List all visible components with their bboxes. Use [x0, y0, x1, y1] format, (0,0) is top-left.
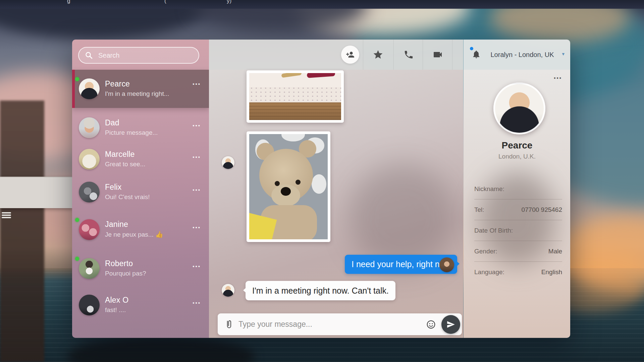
- fabric-print: [281, 134, 305, 141]
- contact-menu-icon[interactable]: •••: [193, 225, 201, 230]
- search-bar: [78, 47, 199, 64]
- message-avatar-pearce: [222, 284, 234, 297]
- message-text: I'm in a meeting right now. Can't talk.: [252, 286, 389, 296]
- online-dot: [75, 257, 79, 261]
- field-label: Tel:: [474, 206, 484, 214]
- contact-preview: I'm in a meeting right...: [105, 90, 169, 98]
- send-icon: [446, 320, 455, 329]
- field-label: Date Of Birth:: [474, 227, 513, 234]
- field-value: Male: [548, 248, 562, 255]
- message-history: I need your help, right now I'm in a mee…: [209, 70, 463, 338]
- contact-name: Felix: [105, 183, 150, 192]
- fabric-print: [312, 174, 326, 194]
- chat-toolbar: [209, 40, 463, 70]
- contact-row-pearce[interactable]: Pearce I'm in a meeting right... •••: [72, 70, 209, 108]
- field-row-language: Language: English: [474, 262, 562, 282]
- teddy-nose: [281, 187, 291, 196]
- star-icon[interactable]: [373, 49, 383, 60]
- notification-dot: [470, 47, 473, 50]
- contact-menu-icon[interactable]: •••: [193, 154, 201, 160]
- contact-row-roberto[interactable]: Roberto Pourquoi pas? •••: [72, 253, 209, 284]
- contact-preview: Je ne peux pas... 👍: [105, 231, 163, 238]
- video-title-strip: g ( y): [0, 0, 644, 9]
- send-button[interactable]: [441, 315, 460, 334]
- contact-avatar: [79, 78, 100, 99]
- emoji-icon[interactable]: [426, 319, 436, 329]
- field-value: 07700 925462: [521, 206, 562, 214]
- cropped-text-fragment: (: [164, 0, 166, 4]
- online-dot: [75, 77, 79, 81]
- contact-avatar: [79, 295, 100, 315]
- online-dot: [75, 218, 79, 222]
- chevron-down-icon[interactable]: ▾: [562, 51, 565, 57]
- contact-avatar: [79, 258, 100, 279]
- toolbar-divider: [393, 40, 394, 70]
- contact-row-dad[interactable]: Dad Picture message... •••: [72, 112, 209, 143]
- contact-avatar: [79, 219, 100, 240]
- toolbar-divider: [363, 40, 363, 70]
- message-avatar-pearce: [222, 156, 234, 169]
- contact-name: Alex O: [105, 296, 128, 305]
- photo-detail: [281, 73, 302, 78]
- field-row-tel: Tel: 07700 925462: [474, 199, 562, 220]
- message-bubble-incoming: I'm in a meeting right now. Can't talk.: [246, 281, 395, 300]
- attachment-icon[interactable]: [225, 319, 233, 329]
- message-input[interactable]: [238, 319, 426, 329]
- contact-name: Dad: [105, 118, 158, 127]
- field-label: Language:: [474, 268, 504, 276]
- profile-fields: Nickname: Tel: 07700 925462 Date Of Birt…: [474, 179, 562, 282]
- profile-panel: Loralyn - London, UK ▾ ••• Pearce London…: [463, 40, 570, 338]
- contact-menu-icon[interactable]: •••: [193, 81, 201, 87]
- field-row-dob: Date Of Birth:: [474, 220, 562, 241]
- messenger-window: Pearce I'm in a meeting right... ••• Dad…: [72, 40, 570, 338]
- background-window-fragment: [0, 177, 72, 208]
- conversation-sidebar: Pearce I'm in a meeting right... ••• Dad…: [72, 40, 209, 338]
- contact-name: Marcelle: [105, 150, 145, 159]
- image-message-teddy[interactable]: [247, 131, 330, 242]
- field-value: English: [541, 268, 562, 276]
- profile-body: ••• Pearce London, U.K. Nickname: Tel: 0…: [464, 70, 570, 338]
- teddy-bear-photo: [249, 134, 328, 239]
- contact-name: Janine: [105, 220, 163, 229]
- contact-row-felix[interactable]: Felix Oui! C'est vrais! •••: [72, 176, 209, 208]
- bedroom-photo: [249, 73, 341, 120]
- contact-row-marcelle[interactable]: Marcelle Great to see... •••: [72, 143, 209, 175]
- contact-menu-icon[interactable]: •••: [193, 263, 201, 269]
- contact-row-alexo[interactable]: Alex O fast! .... •••: [72, 289, 209, 321]
- contact-preview: Picture message...: [105, 129, 158, 136]
- profile-location: London, U.K.: [464, 153, 570, 160]
- profile-menu-icon[interactable]: •••: [554, 75, 562, 81]
- toolbar-divider: [452, 40, 452, 70]
- chat-column: I need your help, right now I'm in a mee…: [209, 40, 463, 338]
- toolbar-divider: [423, 40, 423, 70]
- bell-icon: [472, 49, 481, 59]
- photo-detail: [307, 73, 335, 78]
- contact-menu-icon[interactable]: •••: [193, 300, 201, 306]
- cropped-text-fragment: y): [227, 0, 231, 4]
- teddy-eye: [296, 180, 301, 185]
- contact-row-janine[interactable]: Janine Je ne peux pas... 👍 •••: [72, 214, 209, 245]
- field-label: Gender:: [474, 248, 497, 255]
- message-avatar-loralyn: [439, 257, 454, 272]
- profile-name: Pearce: [464, 140, 570, 151]
- image-message-bedroom[interactable]: [247, 70, 344, 123]
- contact-avatar: [79, 149, 100, 170]
- message-text: I need your help, right now: [352, 259, 450, 269]
- message-composer: [218, 313, 462, 335]
- field-row-nickname: Nickname:: [474, 179, 562, 199]
- contact-menu-icon[interactable]: •••: [193, 187, 201, 193]
- account-selector[interactable]: Loralyn - London, UK: [484, 51, 561, 59]
- hamburger-menu-icon[interactable]: [2, 211, 11, 219]
- contact-avatar: [79, 182, 100, 202]
- contact-avatar: [79, 117, 100, 138]
- account-header: Loralyn - London, UK ▾: [464, 40, 570, 70]
- video-icon[interactable]: [432, 49, 443, 60]
- add-contact-button[interactable]: [341, 46, 359, 64]
- field-row-gender: Gender: Male: [474, 241, 562, 262]
- notifications-button[interactable]: [472, 49, 481, 61]
- search-input[interactable]: [78, 47, 199, 64]
- cropped-text-fragment: g: [67, 0, 70, 4]
- phone-icon[interactable]: [404, 50, 414, 60]
- contact-preview: fast! ....: [105, 306, 128, 314]
- contact-menu-icon[interactable]: •••: [193, 123, 201, 128]
